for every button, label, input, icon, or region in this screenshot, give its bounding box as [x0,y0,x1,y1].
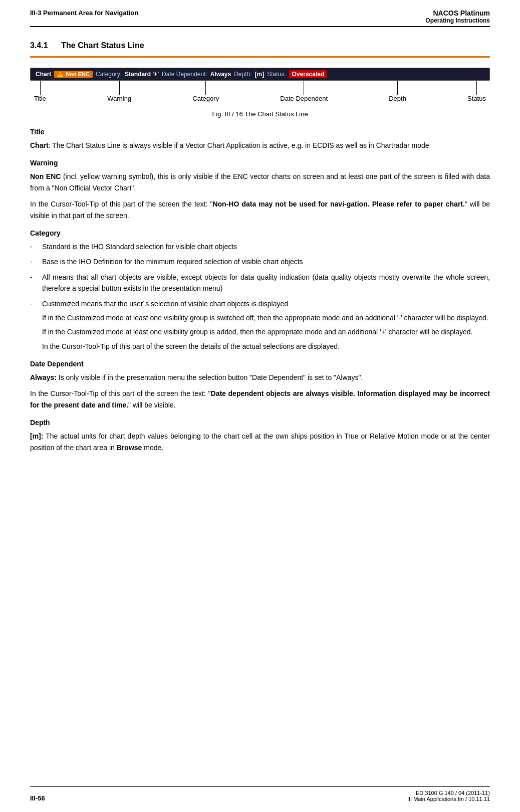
section-number: 3.4.1 [30,41,48,50]
diagram-line-category [205,81,206,95]
warning-term: Non ENC [30,172,61,180]
diagram-line-status [476,81,477,95]
date-text1: Is only visible if in the presentation m… [57,373,363,381]
cat-text-customized: means that the user´s selection of visib… [79,300,288,308]
date-paragraph2: In the Cursor-Tool-Tip of this part of t… [30,388,490,411]
header-subtitle: Operating Instructions [425,17,490,24]
customized-sub1: If in the Customized mode at least one v… [42,312,490,323]
diagram-lines: Title Warning Category Date Dependent De… [30,81,490,102]
title-heading: Title [30,128,490,136]
diagram-label-category: Category [192,95,219,102]
header-brand: NACOS Platinum Operating Instructions [425,9,490,24]
depth-paragraph: [m]: The actual units for chart depth va… [30,431,490,453]
cat-text-standard: is the IHO Standard selection for visibl… [71,243,237,251]
date-text2-pre: In the Cursor-Tool-Tip of this part of t… [30,389,211,397]
depth-text2: mode. [142,444,163,452]
section-depth-content: Depth [m]: The actual units for chart de… [30,419,490,453]
footer-file: III Main Applications.fm / 10.11.11 [407,796,490,802]
depth-heading: Depth [30,419,490,427]
warning-paragraph2: In the Cursor-Tool-Tip of this part of t… [30,198,490,221]
cat-dash-3: - [30,272,37,294]
title-term: Chart [30,141,49,149]
cat-term-base: Base [42,258,58,266]
cat-dash-1: - [30,241,37,252]
status-field-label: Status: [267,71,286,78]
diagram-line-title [40,81,41,95]
diagram-col-date: Date Dependent [280,81,328,102]
customized-sub1-post: mode at least one visibility group is sw… [104,314,488,322]
diagram-col-depth: Depth [389,81,406,102]
cat-content-3: All means that all chart objects are vis… [42,272,490,294]
warning-text2-pre: In the Cursor-Tool-Tip of this part of t… [30,200,212,208]
section-heading-text: The Chart Status Line [61,41,144,50]
section-warning-content: Warning Non ENC (incl. yellow warning sy… [30,159,490,221]
diagram-line-date [304,81,304,95]
customized-sub3: In the Cursor-Tool-Tip of this part of t… [42,341,490,352]
cat-content-1: Standard is the IHO Standard selection f… [42,241,490,252]
date-field-label: Date Dependent: [162,71,207,78]
header-chapter: III-3 Permanent Area for Navigation [30,9,138,17]
customized-sub1-pre: If in the [42,314,67,322]
depth-field-label: Depth: [234,71,251,78]
figure-caption: Fig. III / 16 The Chart Status Line [30,110,490,118]
diagram-col-warning: Warning [107,81,131,102]
cat-term-all: All [42,273,50,281]
cat-text-all: means that all chart objects are visible… [42,273,490,292]
diagram-label-depth: Depth [389,95,406,102]
date-field-value: Always [210,71,231,78]
cat-content-4: Customized means that the user´s selecti… [42,298,490,352]
cat-term-standard: Standard [42,243,71,251]
chart-label: Chart [36,71,51,78]
warning-badge: ! Non ENC [54,71,93,78]
warning-heading: Warning [30,159,490,167]
diagram-col-title: Title [34,81,46,102]
list-item: - All means that all chart objects are v… [30,272,490,294]
list-item: - Customized means that the user´s selec… [30,298,490,352]
section-date-content: Date Dependent Always: Is only visible i… [30,360,490,411]
category-field-label: Category: [96,71,122,78]
list-item: - Standard is the IHO Standard selection… [30,241,490,252]
date-term: Always: [30,373,57,381]
cat-text-base: is the IHO Definition for the minimum re… [58,258,303,266]
diagram-line-warning [119,81,120,95]
chart-status-area: Chart ! Non ENC Category: Standard '+' D… [30,68,490,118]
warning-label: Non ENC [66,71,90,77]
cat-dash-4: - [30,298,37,352]
diagram-label-status: Status [467,95,486,102]
depth-field-value: [m] [255,71,265,78]
section-title-content: Title Chart: The Chart Status Line is al… [30,128,490,151]
date-text2-post: " will be visible. [128,401,175,409]
warning-text2-bold: Non-HO data may not be used for navi-gat… [212,200,464,208]
customized-sub2-post: mode at least one visibility group is ad… [104,328,473,336]
cat-term-customized: Customized [42,300,79,308]
depth-bold: Browse [117,444,142,452]
chart-status-bar: Chart ! Non ENC Category: Standard '+' D… [30,68,490,81]
section-category-content: Category - Standard is the IHO Standard … [30,229,490,352]
diagram-label-date: Date Dependent [280,95,328,102]
title-text: : The Chart Status Line is always visibl… [49,141,429,149]
warning-paragraph1: Non ENC (incl. yellow warning symbol), t… [30,171,490,193]
category-list: - Standard is the IHO Standard selection… [30,241,490,352]
title-paragraph: Chart: The Chart Status Line is always v… [30,140,490,151]
section-title-area: 3.4.1 The Chart Status Line [30,41,490,58]
customized-sub2-bold: Customized [67,328,104,336]
warning-text1: (incl. yellow warning symbol), this is o… [30,172,490,191]
category-heading: Category [30,229,490,237]
diagram-label-title: Title [34,95,46,102]
cat-content-2: Base is the IHO Definition for the minim… [42,256,490,267]
list-item: - Base is the IHO Definition for the min… [30,256,490,267]
customized-sub1-bold: Customized [67,314,104,322]
diagram-line-depth [397,81,398,95]
customized-sub2-pre: If in the [42,328,67,336]
diagram-col-status: Status [467,81,486,102]
footer-right: ED 3100 G 140 / 04 (2011-11) III Main Ap… [407,790,490,802]
depth-term: [m]: [30,432,43,440]
orange-divider [30,56,490,58]
date-heading: Date Dependent [30,360,490,368]
page-header: III-3 Permanent Area for Navigation NACO… [30,0,490,27]
footer-page-number: III-56 [30,794,45,802]
page-footer: III-56 ED 3100 G 140 / 04 (2011-11) III … [30,786,490,802]
page: III-3 Permanent Area for Navigation NACO… [0,0,520,812]
section-title: 3.4.1 The Chart Status Line [30,41,490,50]
diagram-label-warning: Warning [107,95,131,102]
